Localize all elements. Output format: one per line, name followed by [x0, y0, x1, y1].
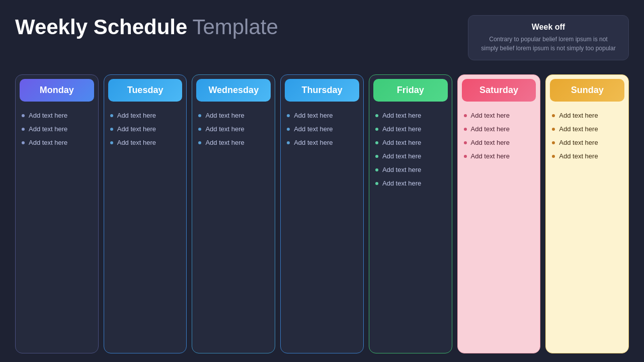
item-label: Add text here [471, 112, 510, 119]
bullet-icon [22, 141, 25, 144]
item-label: Add text here [294, 139, 333, 146]
page-header: Weekly Schedule Template Week off Contra… [15, 15, 629, 60]
title-bold: Weekly Schedule [15, 15, 187, 39]
day-header-tuesday: Tuesday [108, 79, 183, 102]
bullet-icon [464, 114, 467, 117]
schedule-grid: MondayAdd text hereAdd text hereAdd text… [15, 74, 629, 353]
list-item[interactable]: Add text here [464, 139, 534, 146]
day-items-friday: Add text hereAdd text hereAdd text hereA… [369, 102, 452, 353]
bullet-icon [552, 141, 555, 144]
day-items-tuesday: Add text hereAdd text hereAdd text here [104, 102, 187, 353]
day-header-monday: Monday [20, 79, 94, 102]
item-label: Add text here [294, 112, 333, 119]
day-items-thursday: Add text hereAdd text hereAdd text here [281, 102, 363, 353]
bullet-icon [287, 128, 290, 131]
bullet-icon [375, 182, 378, 185]
bullet-icon [287, 141, 290, 144]
list-item[interactable]: Add text here [198, 125, 269, 133]
day-header-friday: Friday [373, 79, 448, 102]
week-off-description: Contrary to popular belief lorem ipsum i… [480, 35, 616, 53]
title-light: Template [192, 15, 278, 39]
bullet-icon [552, 128, 555, 131]
day-column-friday: FridayAdd text hereAdd text hereAdd text… [369, 74, 452, 353]
bullet-icon [22, 114, 25, 117]
list-item[interactable]: Add text here [375, 125, 446, 133]
day-column-thursday: ThursdayAdd text hereAdd text hereAdd te… [280, 74, 364, 353]
bullet-icon [375, 168, 378, 171]
day-column-saturday: SaturdayAdd text hereAdd text hereAdd te… [457, 74, 541, 353]
list-item[interactable]: Add text here [110, 112, 181, 119]
list-item[interactable]: Add text here [198, 112, 269, 119]
item-label: Add text here [382, 125, 421, 133]
item-label: Add text here [29, 139, 67, 146]
bullet-icon [375, 141, 378, 144]
day-items-saturday: Add text hereAdd text hereAdd text hereA… [458, 102, 540, 353]
bullet-icon [464, 141, 467, 144]
title-area: Weekly Schedule Template [15, 15, 278, 39]
day-items-sunday: Add text hereAdd text hereAdd text hereA… [546, 102, 628, 353]
list-item[interactable]: Add text here [552, 152, 622, 160]
bullet-icon [375, 155, 378, 158]
bullet-icon [287, 114, 290, 117]
bullet-icon [198, 114, 201, 117]
item-label: Add text here [559, 139, 598, 146]
list-item[interactable]: Add text here [552, 112, 622, 119]
list-item[interactable]: Add text here [287, 112, 357, 119]
day-column-monday: MondayAdd text hereAdd text hereAdd text… [15, 74, 99, 353]
list-item[interactable]: Add text here [464, 112, 534, 119]
bullet-icon [552, 155, 555, 158]
bullet-icon [110, 141, 113, 144]
bullet-icon [198, 141, 201, 144]
list-item[interactable]: Add text here [287, 139, 357, 146]
list-item[interactable]: Add text here [287, 125, 357, 133]
item-label: Add text here [471, 152, 510, 160]
bullet-icon [110, 114, 113, 117]
list-item[interactable]: Add text here [22, 139, 92, 146]
item-label: Add text here [29, 112, 67, 119]
bullet-icon [22, 128, 25, 131]
item-label: Add text here [559, 112, 598, 119]
week-off-title: Week off [480, 23, 616, 32]
item-label: Add text here [205, 125, 244, 133]
item-label: Add text here [382, 179, 421, 187]
bullet-icon [375, 114, 378, 117]
list-item[interactable]: Add text here [552, 139, 622, 146]
item-label: Add text here [471, 125, 510, 133]
day-column-wednesday: WednesdayAdd text hereAdd text hereAdd t… [192, 74, 275, 353]
day-header-sunday: Sunday [550, 79, 624, 102]
list-item[interactable]: Add text here [375, 152, 446, 160]
list-item[interactable]: Add text here [110, 125, 181, 133]
list-item[interactable]: Add text here [464, 125, 534, 133]
list-item[interactable]: Add text here [375, 166, 446, 173]
bullet-icon [375, 128, 378, 131]
day-column-tuesday: TuesdayAdd text hereAdd text hereAdd tex… [104, 74, 187, 353]
item-label: Add text here [559, 125, 598, 133]
day-items-wednesday: Add text hereAdd text hereAdd text here [192, 102, 275, 353]
week-off-box: Week off Contrary to popular belief lore… [468, 15, 629, 60]
list-item[interactable]: Add text here [22, 112, 92, 119]
list-item[interactable]: Add text here [375, 179, 446, 187]
list-item[interactable]: Add text here [22, 125, 92, 133]
list-item[interactable]: Add text here [552, 125, 622, 133]
list-item[interactable]: Add text here [375, 139, 446, 146]
item-label: Add text here [117, 125, 156, 133]
item-label: Add text here [29, 125, 67, 133]
day-header-saturday: Saturday [462, 79, 536, 102]
bullet-icon [198, 128, 201, 131]
item-label: Add text here [471, 139, 510, 146]
list-item[interactable]: Add text here [198, 139, 269, 146]
item-label: Add text here [382, 112, 421, 119]
list-item[interactable]: Add text here [464, 152, 534, 160]
list-item[interactable]: Add text here [375, 112, 446, 119]
day-header-thursday: Thursday [285, 79, 359, 102]
item-label: Add text here [382, 166, 421, 173]
day-items-monday: Add text hereAdd text hereAdd text here [16, 102, 98, 353]
item-label: Add text here [382, 139, 421, 146]
bullet-icon [464, 128, 467, 131]
day-header-wednesday: Wednesday [196, 79, 271, 102]
bullet-icon [464, 155, 467, 158]
item-label: Add text here [559, 152, 598, 160]
bullet-icon [110, 128, 113, 131]
item-label: Add text here [205, 112, 244, 119]
list-item[interactable]: Add text here [110, 139, 181, 146]
